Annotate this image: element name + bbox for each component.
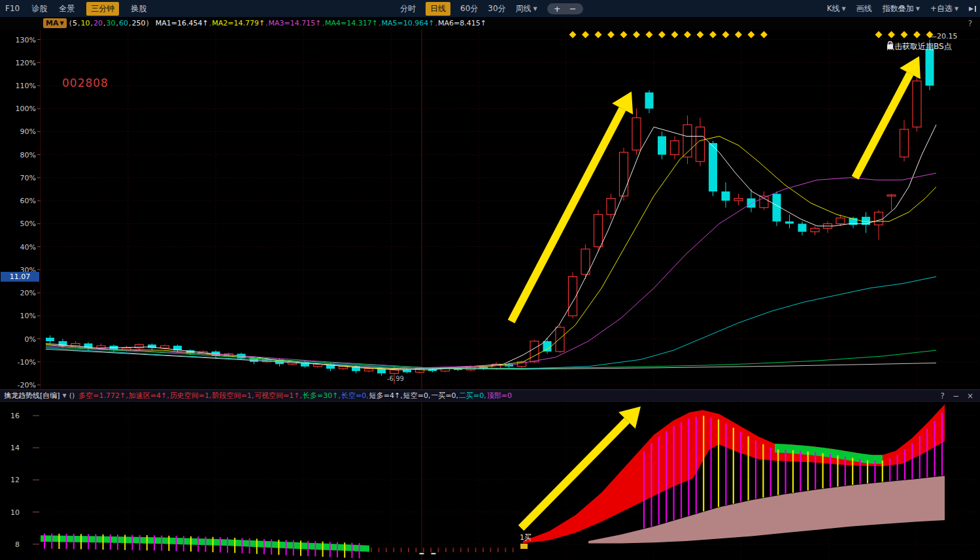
svg-text:-10%: -10%: [18, 358, 36, 367]
value-token: MA6=8.415↑: [438, 19, 486, 27]
value-token: ,: [435, 19, 437, 27]
svg-text:10%: 10%: [20, 312, 36, 320]
svg-text:14: 14: [10, 444, 20, 452]
collapse-panel-icon[interactable]: ▶: [969, 6, 976, 12]
main-chart-canvas[interactable]: 130%120%110%100%90%80%70%60%50%40%30%20%…: [0, 29, 980, 389]
tab-weekly[interactable]: 周线 ▼: [516, 3, 537, 14]
value-token: 30: [106, 19, 115, 27]
value-token: ,: [116, 19, 118, 27]
lock-icon: [887, 41, 894, 50]
svg-text:50%: 50%: [20, 220, 36, 228]
svg-text:20%: 20%: [20, 289, 36, 297]
zoom-out-button[interactable]: −: [569, 5, 577, 13]
value-token: 短空=0,: [403, 391, 431, 400]
period-tab-group: 分时 日线 60分 30分 周线 ▼ + −: [400, 0, 583, 17]
tab-30min[interactable]: 30分: [488, 3, 505, 14]
lowest-price-label: -6.99: [387, 375, 404, 382]
menu-panorama[interactable]: 全景: [59, 3, 75, 14]
draw-line-button[interactable]: 画线: [856, 3, 872, 14]
tab-weekly-label: 周线: [516, 3, 532, 14]
add-to-watchlist-dropdown[interactable]: +自选 ▼: [930, 3, 958, 14]
svg-text:10: 10: [10, 508, 20, 517]
index-overlay-dropdown[interactable]: 指数叠加 ▼: [883, 3, 920, 14]
svg-text:1买: 1买: [520, 533, 532, 542]
ma-dropdown-label: MA: [46, 19, 58, 27]
value-token: ,: [265, 19, 268, 27]
kline-style-label: K线: [827, 3, 840, 14]
value-token: ,: [129, 19, 131, 27]
value-token: MA3=14.715↑: [269, 19, 322, 27]
menu-three-minutes-active[interactable]: 三分钟: [86, 2, 119, 16]
menu-f10[interactable]: F10: [5, 4, 20, 13]
value-token: 加速区=4↑,: [129, 391, 169, 400]
value-token: 短多=4↑,: [369, 391, 403, 400]
chevron-down-icon: ▼: [63, 393, 67, 399]
value-token: 阶段空间=1,: [212, 391, 254, 400]
chevron-down-icon: ▼: [59, 20, 63, 26]
svg-text:16: 16: [10, 412, 20, 420]
value-token: ,: [379, 19, 381, 27]
svg-text:100%: 100%: [16, 105, 36, 113]
svg-text:130%: 130%: [16, 36, 36, 44]
svg-text:40%: 40%: [20, 243, 36, 252]
bs-point-hint[interactable]: 点击获取近期BS点: [887, 41, 952, 52]
value-token: 一买=0,: [431, 391, 458, 400]
svg-text:90%: 90%: [20, 127, 36, 136]
menu-diagnose-stock[interactable]: 诊股: [31, 3, 47, 14]
axis-highlight-value: 11.07: [1, 272, 39, 282]
help-icon[interactable]: ?: [968, 19, 972, 28]
value-token: ): [146, 19, 148, 27]
ma-values: MA1=16.454↑,MA2=14.779↑,MA3=14.715↑,MA4=…: [156, 19, 487, 27]
tab-daily-active[interactable]: 日线: [426, 2, 450, 16]
value-token: ,: [103, 19, 106, 27]
chevron-down-icon: ▼: [842, 6, 846, 12]
value-token: 可视空间=1↑,: [254, 391, 302, 400]
svg-text:60%: 60%: [20, 197, 36, 205]
ma-indicator-bar: MA ▼ (5,10,20,30,60,250) MA1=16.454↑,MA2…: [0, 17, 980, 29]
indicator-chart-canvas[interactable]: 1614121081买: [0, 402, 980, 560]
menu-switch-stock[interactable]: 换股: [131, 3, 146, 14]
indicator-name-dropdown[interactable]: 擒龙趋势线[自编]: [4, 391, 60, 401]
indicator-args: (): [69, 391, 75, 400]
kline-style-dropdown[interactable]: K线 ▼: [827, 3, 846, 14]
value-token: 60: [119, 19, 128, 27]
top-toolbar: F10 诊股 全景 三分钟 换股 分时 日线 60分 30分 周线 ▼ + − …: [0, 0, 980, 18]
svg-text:8: 8: [15, 540, 20, 549]
indicator-values: 多空=1.772↑,加速区=4↑,历史空间=1,阶段空间=1,可视空间=1↑,长…: [78, 391, 513, 401]
value-token: 5: [73, 19, 77, 27]
latest-price-label: —20.15: [930, 32, 958, 41]
value-token: MA5=10.964↑: [381, 19, 434, 27]
svg-text:80%: 80%: [20, 151, 36, 159]
value-token: 历史空间=1,: [170, 391, 212, 400]
svg-text:12: 12: [10, 476, 20, 484]
indicator-window-controls: ? − ×: [941, 391, 974, 401]
value-token: 10: [80, 19, 90, 27]
value-token: ,: [90, 19, 93, 27]
value-token: MA4=14.317↑: [325, 19, 378, 27]
help-icon[interactable]: ?: [941, 391, 945, 401]
zoom-pill: + −: [547, 3, 583, 14]
chevron-down-icon: ▼: [916, 6, 920, 12]
bs-point-hint-text: 点击获取近期BS点: [887, 41, 952, 52]
ma-dropdown[interactable]: MA ▼: [43, 18, 67, 28]
main-chart-panel: 130%120%110%100%90%80%70%60%50%40%30%20%…: [0, 29, 980, 389]
toolbar-right-group: K线 ▼ 画线 指数叠加 ▼ +自选 ▼ ▶: [827, 0, 976, 17]
value-token: 250: [131, 19, 145, 27]
indicator-header-bar: 擒龙趋势线[自编] ▼ () 多空=1.772↑,加速区=4↑,历史空间=1,阶…: [0, 389, 980, 402]
value-token: 长多=30↑,: [303, 391, 341, 400]
value-token: 多空=1.772↑,: [78, 391, 127, 400]
toolbar-left-group: F10 诊股 全景 三分钟 换股: [5, 0, 146, 17]
value-token: 20: [93, 19, 103, 27]
tab-intraday[interactable]: 分时: [400, 3, 416, 14]
minimize-icon[interactable]: −: [953, 391, 959, 401]
value-token: ,: [322, 19, 325, 27]
zoom-in-button[interactable]: +: [554, 5, 561, 13]
svg-text:120%: 120%: [16, 59, 36, 67]
tab-60min[interactable]: 60分: [460, 3, 478, 14]
svg-text:70%: 70%: [20, 174, 36, 182]
value-token: 长空=0,: [341, 391, 369, 400]
chevron-down-icon: ▼: [533, 6, 537, 12]
value-token: ,: [78, 19, 80, 27]
close-icon[interactable]: ×: [967, 391, 973, 401]
stock-code-label: 002808: [62, 76, 109, 90]
